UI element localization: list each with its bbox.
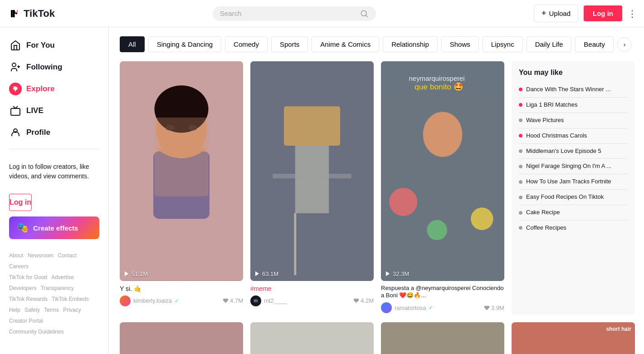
main-content: All Singing & Dancing Comedy Sports Anim… bbox=[109, 27, 644, 354]
video-card-5[interactable] bbox=[250, 322, 374, 354]
tab-daily-life[interactable]: Daily Life bbox=[527, 36, 572, 52]
may-like-text-4: Middleman's Love Episode 5 bbox=[526, 148, 601, 155]
video-thumb-6 bbox=[381, 322, 504, 354]
short-hair-label: short hair bbox=[606, 326, 631, 332]
tab-singing-dancing[interactable]: Singing & Dancing bbox=[148, 36, 221, 52]
footer-link-help[interactable]: Help bbox=[9, 307, 20, 313]
more-menu-button[interactable]: ⋮ bbox=[628, 8, 637, 19]
video-card-7[interactable]: short hair 2.39 Get app bbox=[512, 322, 635, 354]
sidebar-item-following[interactable]: Following bbox=[0, 56, 108, 78]
sidebar: For You Following Explore LIVE Profile bbox=[0, 27, 109, 354]
video-play-count-3: 32.3M bbox=[385, 270, 409, 277]
upload-plus-icon: + bbox=[542, 9, 546, 18]
tab-beauty[interactable]: Beauty bbox=[575, 36, 614, 52]
footer-link-careers[interactable]: Careers bbox=[9, 263, 29, 270]
likes-3: 3.9M bbox=[484, 305, 504, 311]
footer-link-advertise[interactable]: Advertise bbox=[51, 274, 74, 280]
footer-link-transparency[interactable]: Transparency bbox=[41, 285, 74, 291]
avatar-2: m bbox=[250, 295, 261, 306]
may-like-item-0[interactable]: Dance With The Stars Winner ... bbox=[519, 82, 628, 98]
upload-button[interactable]: + Upload bbox=[534, 5, 578, 22]
footer-link-creator-portal[interactable]: Creator Portal bbox=[9, 318, 43, 324]
sidebar-item-explore[interactable]: Explore bbox=[0, 78, 108, 100]
may-like-item-9[interactable]: Coffee Recipes bbox=[519, 221, 628, 236]
author-name-3: ramatortosa bbox=[395, 305, 426, 311]
may-like-item-7[interactable]: Easy Food Recipes On Tiktok bbox=[519, 190, 628, 205]
may-like-text-9: Coffee Recipes bbox=[526, 224, 566, 232]
sidebar-item-for-you[interactable]: For You bbox=[0, 34, 108, 56]
avatar-1 bbox=[120, 295, 131, 306]
tab-comedy[interactable]: Comedy bbox=[225, 36, 268, 52]
tab-shows[interactable]: Shows bbox=[441, 36, 479, 52]
tabs-chevron-right[interactable]: › bbox=[617, 37, 632, 52]
trend-dot-4 bbox=[519, 149, 522, 153]
live-icon bbox=[9, 104, 22, 117]
author-info-2: m mt2____ bbox=[250, 295, 287, 306]
main-layout: For You Following Explore LIVE Profile bbox=[0, 27, 644, 354]
sidebar-item-profile[interactable]: Profile bbox=[0, 122, 108, 143]
footer-link-rewards[interactable]: TikTok Rewards bbox=[9, 296, 48, 302]
svg-marker-32 bbox=[386, 271, 390, 276]
footer-link-about[interactable]: About bbox=[9, 252, 23, 259]
author-name-1: kimberly.loaiza bbox=[133, 297, 172, 304]
tab-anime-comics[interactable]: Anime & Comics bbox=[312, 36, 379, 52]
logo-text: TikTok bbox=[24, 8, 55, 20]
may-like-item-1[interactable]: Liga 1 BRI Matches bbox=[519, 98, 628, 113]
sidebar-divider bbox=[9, 149, 99, 149]
video-card-2[interactable]: 63.1M #meme m mt2____ 4.2M bbox=[250, 61, 374, 315]
may-like-item-4[interactable]: Middleman's Love Episode 5 bbox=[519, 144, 628, 159]
create-effects-button[interactable]: 🎭 Create effects bbox=[9, 216, 99, 239]
may-like-title: You may like bbox=[519, 69, 628, 77]
svg-text:que bonito 🤩: que bonito 🤩 bbox=[415, 82, 463, 92]
svg-point-30 bbox=[471, 207, 493, 230]
video-card-3[interactable]: neymarquirosperei que bonito 🤩 32.3M Res… bbox=[381, 61, 504, 315]
svg-point-29 bbox=[389, 188, 417, 216]
video-card-6[interactable] bbox=[381, 322, 504, 354]
sidebar-label-for-you: For You bbox=[26, 41, 55, 50]
footer-link-tiktok-good[interactable]: TikTok for Good bbox=[9, 274, 47, 280]
may-like-item-8[interactable]: Cake Recipe bbox=[519, 205, 628, 221]
video-play-count-2: 63.1M bbox=[254, 270, 278, 277]
footer-link-embeds[interactable]: TikTok Embeds bbox=[52, 296, 89, 302]
login-button[interactable]: Log in bbox=[584, 5, 622, 21]
tab-relationship[interactable]: Relationship bbox=[383, 36, 438, 52]
sidebar-login-button[interactable]: Log in bbox=[9, 194, 32, 211]
tab-lipsync[interactable]: Lipsync bbox=[483, 36, 523, 52]
trend-dot-1 bbox=[519, 103, 522, 107]
svg-rect-42 bbox=[381, 322, 504, 354]
profile-icon bbox=[9, 126, 22, 139]
video-grid-row2: short hair 2.39 Get app bbox=[120, 322, 635, 354]
author-info-1: kimberly.loaiza ✓ bbox=[120, 295, 179, 306]
sidebar-item-live[interactable]: LIVE bbox=[0, 100, 108, 122]
video-meta-1: Y si. 🤙 kimberly.loaiza ✓ 4.7M bbox=[120, 281, 243, 308]
video-title-3: Respuesta a @neymarquirosperei Conociend… bbox=[381, 285, 504, 300]
upload-label: Upload bbox=[549, 10, 571, 17]
video-card-4[interactable] bbox=[120, 322, 243, 354]
footer-link-contact[interactable]: Contact bbox=[58, 252, 76, 259]
video-card-1[interactable]: 51.1M Y si. 🤙 kimberly.loaiza ✓ 4.7M bbox=[120, 61, 243, 315]
may-like-item-6[interactable]: How To Use Jam Tracks Fortnite bbox=[519, 174, 628, 190]
tab-sports[interactable]: Sports bbox=[271, 36, 308, 52]
verified-icon-1: ✓ bbox=[175, 298, 179, 304]
footer-link-privacy[interactable]: Privacy bbox=[63, 307, 81, 313]
may-like-panel: You may like Dance With The Stars Winner… bbox=[512, 61, 635, 315]
footer-link-community[interactable]: Community Guidelines bbox=[9, 329, 64, 335]
tab-all[interactable]: All bbox=[120, 36, 145, 52]
trend-dot-5 bbox=[519, 165, 522, 168]
footer-link-safety[interactable]: Safety bbox=[24, 307, 40, 313]
trend-dot-2 bbox=[519, 118, 522, 122]
footer-link-newsroom[interactable]: Newsroom bbox=[28, 252, 54, 259]
may-like-item-3[interactable]: Hood Christmas Carols bbox=[519, 128, 628, 144]
footer-link-developers[interactable]: Developers bbox=[9, 285, 37, 291]
likes-1: 4.7M bbox=[223, 297, 243, 304]
may-like-item-2[interactable]: Wave Pictures bbox=[519, 113, 628, 128]
video-thumb-1: 51.1M bbox=[120, 61, 243, 281]
svg-rect-21 bbox=[273, 174, 351, 178]
footer-link-terms[interactable]: Terms bbox=[44, 307, 59, 313]
may-like-item-5[interactable]: Nigel Farage Singing On I'm A ... bbox=[519, 159, 628, 174]
sidebar-label-following: Following bbox=[26, 63, 62, 72]
search-icon bbox=[360, 9, 369, 18]
search-bar[interactable] bbox=[213, 6, 376, 21]
trend-dot-6 bbox=[519, 180, 522, 184]
search-input[interactable] bbox=[220, 10, 356, 17]
